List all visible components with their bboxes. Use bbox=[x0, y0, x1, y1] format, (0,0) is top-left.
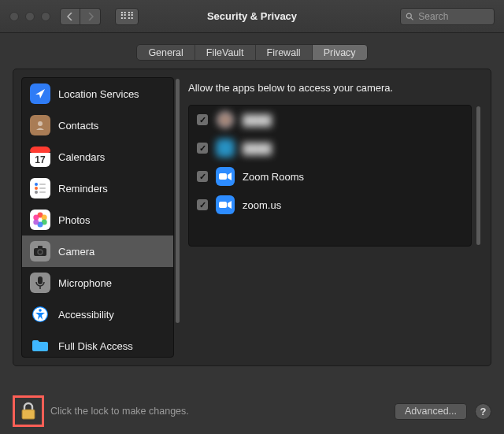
search-field[interactable] bbox=[400, 8, 495, 25]
nav-buttons bbox=[60, 8, 101, 25]
sidebar-item-location[interactable]: Location Services bbox=[22, 78, 173, 109]
app-row: ✓zoom.us bbox=[189, 191, 471, 219]
svg-rect-32 bbox=[219, 202, 227, 208]
minimize-window-button[interactable] bbox=[25, 12, 35, 21]
show-all-button[interactable]: ⠿⠿ bbox=[115, 8, 139, 25]
search-input[interactable] bbox=[417, 10, 489, 23]
app-checkbox[interactable]: ✓ bbox=[197, 114, 208, 125]
sidebar-item-label: Contacts bbox=[58, 120, 98, 132]
panel-description: Allow the apps below to access your came… bbox=[188, 82, 472, 94]
sidebar-item-photos[interactable]: Photos bbox=[22, 204, 173, 236]
svg-rect-10 bbox=[39, 187, 46, 189]
sidebar-scrollbar[interactable] bbox=[176, 79, 180, 356]
svg-point-17 bbox=[33, 215, 39, 221]
svg-text:17: 17 bbox=[35, 154, 46, 165]
svg-rect-33 bbox=[22, 410, 35, 419]
tabs-row: GeneralFileVaultFirewallPrivacy bbox=[0, 33, 504, 69]
help-button[interactable]: ? bbox=[475, 403, 491, 420]
app-checkbox[interactable]: ✓ bbox=[197, 143, 208, 154]
sidebar-item-label: Photos bbox=[58, 214, 90, 226]
app-label: zoom.us bbox=[243, 199, 281, 211]
app-icon bbox=[216, 167, 235, 186]
close-window-button[interactable] bbox=[9, 12, 19, 21]
app-label: ████ bbox=[243, 114, 272, 126]
app-label: ████ bbox=[243, 143, 272, 154]
svg-rect-9 bbox=[39, 184, 46, 185]
back-button[interactable] bbox=[60, 8, 80, 25]
privacy-category-sidebar: Location ServicesContacts17CalendarsRemi… bbox=[21, 77, 174, 358]
lock-highlight bbox=[13, 395, 44, 427]
tab-general[interactable]: General bbox=[137, 45, 195, 60]
sidebar-item-fda[interactable]: Full Disk Access bbox=[22, 330, 173, 358]
svg-line-1 bbox=[411, 17, 413, 20]
tab-segmented-control: GeneralFileVaultFirewallPrivacy bbox=[136, 44, 367, 61]
zoom-window-button[interactable] bbox=[41, 12, 50, 21]
app-list-scroll-thumb[interactable] bbox=[476, 106, 480, 245]
advanced-button-label: Advanced... bbox=[405, 406, 457, 417]
photos-icon bbox=[30, 210, 50, 230]
svg-rect-21 bbox=[38, 276, 43, 284]
sidebar-item-label: Location Services bbox=[58, 88, 139, 100]
svg-point-8 bbox=[35, 191, 38, 194]
app-checkbox[interactable]: ✓ bbox=[197, 171, 208, 182]
microphone-icon bbox=[30, 273, 50, 293]
window-controls bbox=[9, 12, 50, 21]
sidebar-item-a11y[interactable]: Accessibility bbox=[22, 299, 173, 330]
sidebar-item-label: Camera bbox=[58, 246, 94, 258]
app-checkbox[interactable]: ✓ bbox=[197, 199, 208, 210]
svg-rect-3 bbox=[30, 147, 50, 153]
app-icon bbox=[216, 195, 235, 214]
camera-icon bbox=[30, 241, 50, 262]
sidebar-container: Location ServicesContacts17CalendarsRemi… bbox=[21, 77, 174, 358]
reminders-icon bbox=[30, 178, 50, 198]
calendar-icon: 17 bbox=[30, 147, 50, 167]
help-icon: ? bbox=[480, 406, 487, 417]
app-row: ✓████ bbox=[189, 106, 471, 134]
folder-icon bbox=[30, 336, 50, 356]
app-icon bbox=[216, 110, 235, 129]
app-icon bbox=[216, 139, 235, 158]
tab-privacy[interactable]: Privacy bbox=[313, 45, 367, 60]
svg-point-2 bbox=[38, 121, 43, 126]
titlebar: ⠿⠿ Security & Privacy bbox=[0, 0, 504, 33]
grid-icon: ⠿⠿ bbox=[120, 10, 134, 22]
svg-rect-11 bbox=[39, 191, 46, 193]
sidebar-item-microphone[interactable]: Microphone bbox=[22, 267, 173, 299]
svg-point-28 bbox=[223, 117, 228, 122]
sidebar-item-label: Accessibility bbox=[58, 309, 114, 321]
app-list-container: ✓████✓████✓Zoom Rooms✓zoom.us bbox=[188, 105, 472, 247]
content-pane: Location ServicesContacts17CalendarsRemi… bbox=[13, 69, 491, 366]
lock-icon[interactable] bbox=[20, 402, 37, 421]
sidebar-item-contacts[interactable]: Contacts bbox=[22, 109, 173, 141]
svg-point-25 bbox=[39, 309, 42, 312]
app-label: Zoom Rooms bbox=[243, 171, 304, 183]
contacts-icon bbox=[30, 115, 50, 135]
advanced-button[interactable]: Advanced... bbox=[395, 403, 467, 420]
accessibility-icon bbox=[30, 304, 50, 325]
forward-button[interactable] bbox=[80, 8, 101, 25]
sidebar-item-reminders[interactable]: Reminders bbox=[22, 172, 173, 204]
svg-point-13 bbox=[42, 215, 47, 221]
svg-point-0 bbox=[406, 13, 411, 18]
detail-panel: Allow the apps below to access your came… bbox=[182, 77, 483, 358]
sidebar-item-label: Calendars bbox=[58, 151, 105, 163]
sidebar-item-label: Full Disk Access bbox=[58, 340, 133, 352]
app-row: ✓Zoom Rooms bbox=[189, 162, 471, 191]
svg-rect-19 bbox=[38, 246, 43, 249]
sidebar-item-calendars[interactable]: 17Calendars bbox=[22, 141, 173, 172]
search-icon bbox=[406, 12, 413, 21]
footer: Click the lock to make changes. Advanced… bbox=[0, 388, 504, 434]
location-arrow-icon bbox=[30, 83, 50, 104]
lock-hint-text: Click the lock to make changes. bbox=[50, 406, 189, 417]
tab-filevault[interactable]: FileVault bbox=[195, 45, 256, 60]
tab-firewall[interactable]: Firewall bbox=[256, 45, 313, 60]
sidebar-scroll-thumb[interactable] bbox=[176, 79, 180, 323]
app-list: ✓████✓████✓Zoom Rooms✓zoom.us bbox=[188, 105, 472, 247]
sidebar-item-camera[interactable]: Camera bbox=[22, 236, 173, 267]
app-list-scrollbar[interactable] bbox=[476, 106, 480, 245]
app-row: ✓████ bbox=[189, 134, 471, 162]
svg-point-16 bbox=[33, 220, 39, 225]
sidebar-item-label: Microphone bbox=[58, 277, 112, 289]
svg-rect-30 bbox=[219, 173, 227, 180]
svg-point-6 bbox=[35, 183, 38, 186]
